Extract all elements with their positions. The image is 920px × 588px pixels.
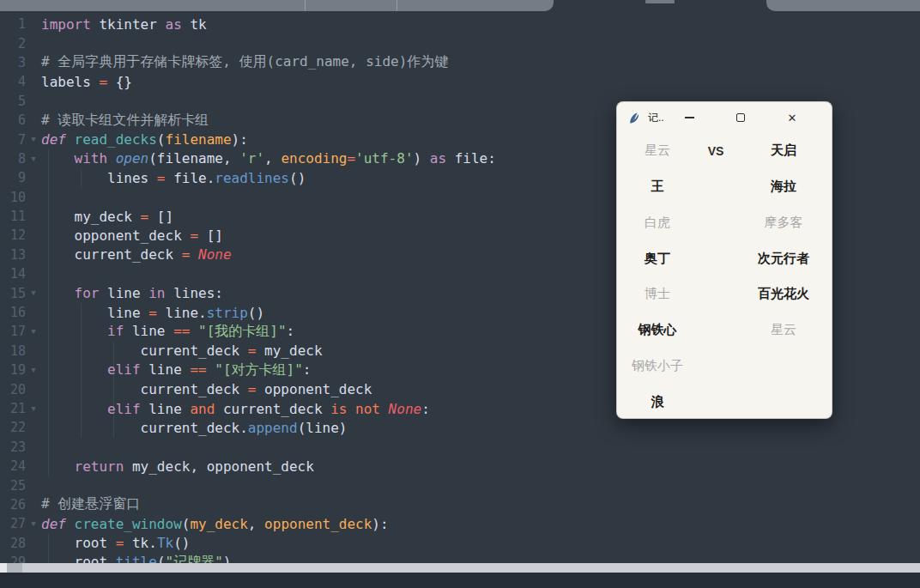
card-label[interactable]: 白虎 bbox=[617, 215, 698, 231]
card-row: 钢铁心星云 bbox=[617, 312, 832, 349]
line-number: 23 bbox=[0, 439, 26, 455]
line-number: 2 bbox=[0, 36, 26, 52]
horizontal-scrollbar[interactable] bbox=[0, 563, 920, 573]
line-number: 1 bbox=[0, 16, 26, 32]
card-label[interactable]: 百光花火 bbox=[734, 286, 832, 302]
scrollbar-corner bbox=[0, 563, 7, 573]
active-tab-label-clipped[interactable] bbox=[645, 0, 675, 3]
line-number: 27 bbox=[0, 516, 26, 531]
line-number: 10 bbox=[0, 190, 26, 205]
code-text: current_deck.append(line) bbox=[41, 420, 920, 436]
card-row: 白虎摩多客 bbox=[617, 205, 832, 241]
card-row: 钢铁小子 bbox=[617, 349, 832, 385]
code-line[interactable]: 28 root = tk.Tk() bbox=[0, 534, 920, 553]
line-number: 26 bbox=[0, 497, 26, 512]
fold-arrow-icon[interactable]: ▼ bbox=[26, 130, 41, 149]
card-label[interactable]: 次元行者 bbox=[734, 251, 832, 267]
card-row: 浪 bbox=[617, 384, 832, 419]
line-number: 15 bbox=[0, 286, 26, 301]
minimize-icon bbox=[685, 117, 694, 118]
card-label[interactable]: 摩多客 bbox=[734, 215, 832, 231]
line-number: 7 bbox=[0, 132, 26, 148]
card-label[interactable]: 星云 bbox=[734, 322, 832, 338]
code-line[interactable]: 22 current_deck.append(line) bbox=[0, 418, 920, 437]
inactive-tab-right[interactable] bbox=[766, 0, 920, 11]
line-number: 11 bbox=[0, 209, 26, 224]
card-label[interactable]: 钢铁小子 bbox=[617, 358, 698, 374]
card-label[interactable]: 星云 bbox=[617, 142, 698, 159]
line-number: 6 bbox=[0, 112, 26, 128]
code-line[interactable]: 24 return my_deck, opponent_deck bbox=[0, 457, 920, 476]
line-number: 22 bbox=[0, 420, 26, 435]
line-number: 18 bbox=[0, 343, 26, 359]
maximize-button[interactable] bbox=[715, 102, 766, 133]
line-number: 14 bbox=[0, 266, 26, 282]
minimize-button[interactable] bbox=[663, 102, 715, 133]
horizontal-scrollbar-thumb[interactable] bbox=[22, 563, 920, 573]
code-line[interactable]: 27▼def create_window(my_deck, opponent_d… bbox=[0, 514, 920, 533]
code-line[interactable]: 23 bbox=[0, 438, 920, 457]
maximize-icon bbox=[736, 113, 745, 122]
card-label[interactable]: 博士 bbox=[617, 286, 698, 302]
card-row: 奥丁次元行者 bbox=[617, 240, 832, 276]
code-line[interactable]: 2 bbox=[0, 33, 920, 52]
line-number: 13 bbox=[0, 247, 26, 263]
card-label[interactable]: 王 bbox=[617, 179, 698, 195]
card-row: 星云VS天启 bbox=[617, 133, 832, 169]
fold-arrow-icon[interactable]: ▼ bbox=[26, 361, 41, 379]
line-number: 8 bbox=[0, 151, 26, 167]
line-number: 25 bbox=[0, 478, 26, 494]
line-number: 19 bbox=[0, 362, 26, 378]
code-line[interactable]: 26# 创建悬浮窗口 bbox=[0, 495, 920, 514]
card-label[interactable]: 浪 bbox=[617, 394, 698, 410]
fold-arrow-icon[interactable]: ▼ bbox=[26, 322, 41, 341]
tab-divider bbox=[305, 0, 306, 11]
card-tracker-window[interactable]: 记.. ✕ 星云VS天启王海拉白虎摩多客奥丁次元行者博士百光花火钢铁心星云钢铁小… bbox=[616, 101, 832, 419]
bottom-strip bbox=[0, 573, 920, 588]
code-text: labels = {} bbox=[41, 74, 920, 90]
code-text: # 全局字典用于存储卡牌标签, 使用(card_name, side)作为键 bbox=[41, 53, 920, 71]
card-label[interactable]: 天启 bbox=[734, 142, 832, 159]
vs-label: VS bbox=[698, 144, 734, 158]
card-label[interactable]: 海拉 bbox=[734, 179, 832, 195]
code-line[interactable]: 29 root.title("记牌器") bbox=[0, 553, 920, 563]
python-feather-icon bbox=[628, 112, 641, 124]
code-line[interactable]: 4labels = {} bbox=[0, 72, 920, 91]
code-text: return my_deck, opponent_deck bbox=[41, 458, 920, 475]
window-title: 记.. bbox=[648, 111, 664, 125]
fold-arrow-icon[interactable]: ▼ bbox=[26, 399, 41, 418]
window-title-bar[interactable]: 记.. ✕ bbox=[617, 102, 832, 133]
line-number: 4 bbox=[0, 74, 26, 89]
fold-arrow-icon[interactable]: ▼ bbox=[26, 283, 41, 302]
line-number: 12 bbox=[0, 227, 26, 243]
card-rows: 星云VS天启王海拉白虎摩多客奥丁次元行者博士百光花火钢铁心星云钢铁小子浪 bbox=[617, 133, 832, 418]
line-number: 3 bbox=[0, 55, 26, 70]
close-icon: ✕ bbox=[788, 112, 797, 124]
fold-arrow-icon[interactable]: ▼ bbox=[26, 514, 41, 533]
tab-bar bbox=[0, 0, 920, 12]
code-text: root = tk.Tk() bbox=[41, 535, 920, 551]
code-line[interactable]: 25 bbox=[0, 476, 920, 494]
code-text: # 创建悬浮窗口 bbox=[41, 495, 920, 513]
line-number: 17 bbox=[0, 324, 26, 339]
fold-arrow-icon[interactable]: ▼ bbox=[26, 149, 41, 168]
line-number: 21 bbox=[0, 401, 26, 416]
close-button[interactable]: ✕ bbox=[766, 102, 818, 133]
inactive-tab-group-left[interactable] bbox=[0, 0, 554, 11]
code-text: def create_window(my_deck, opponent_deck… bbox=[41, 516, 920, 532]
card-row: 博士百光花火 bbox=[617, 276, 832, 312]
line-number: 9 bbox=[0, 170, 26, 185]
card-row: 王海拉 bbox=[617, 169, 832, 205]
line-number: 16 bbox=[0, 305, 26, 320]
line-number: 28 bbox=[0, 536, 26, 551]
card-label[interactable]: 钢铁心 bbox=[617, 322, 698, 338]
line-number: 24 bbox=[0, 458, 26, 474]
code-line[interactable]: 1import tkinter as tk bbox=[0, 15, 920, 33]
tab-divider bbox=[396, 0, 397, 11]
code-text: root.title("记牌器") bbox=[41, 554, 920, 563]
card-label[interactable]: 奥丁 bbox=[617, 251, 698, 267]
line-number: 20 bbox=[0, 382, 26, 397]
code-line[interactable]: 3# 全局字典用于存储卡牌标签, 使用(card_name, side)作为键 bbox=[0, 53, 920, 72]
line-number: 29 bbox=[0, 555, 26, 563]
line-number: 5 bbox=[0, 94, 26, 109]
